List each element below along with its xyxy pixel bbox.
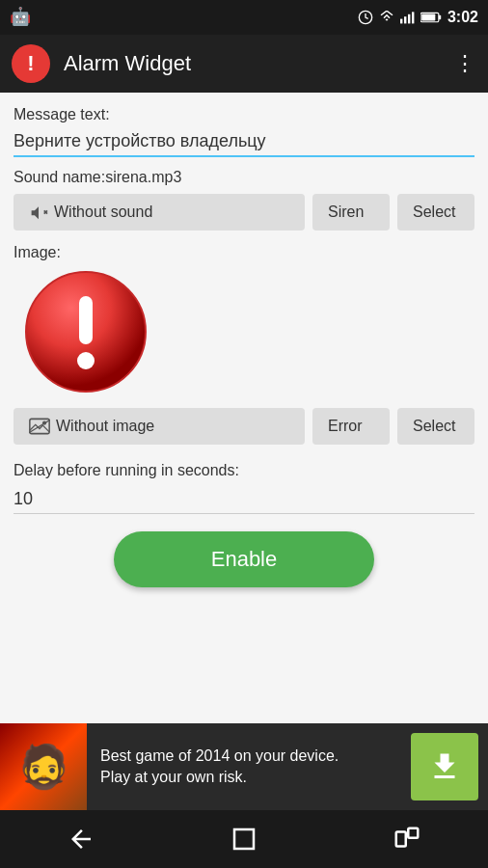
alarm-image (23, 269, 149, 394)
alarm-icon: ! (12, 44, 50, 83)
svg-rect-4 (412, 12, 414, 23)
svg-rect-2 (404, 16, 406, 23)
message-label: Message text: (14, 106, 474, 123)
speaker-icon (29, 203, 48, 221)
svg-line-15 (29, 420, 50, 433)
signal-icon (400, 11, 416, 24)
enable-label: Enable (211, 547, 278, 571)
error-button[interactable]: Error (312, 408, 390, 445)
svg-point-12 (77, 352, 95, 369)
delay-label: Delay before running in seconds: (14, 462, 474, 479)
sound-btn-group: Without sound Siren Select (14, 194, 474, 231)
image-btn-group: Without image Error Select (14, 408, 474, 445)
svg-rect-7 (439, 15, 441, 20)
enable-button[interactable]: Enable (114, 531, 374, 587)
ad-text-line1: Best game of 2014 on your device. (100, 746, 397, 767)
download-icon (427, 749, 462, 784)
android-icon: 🤖 (10, 6, 31, 27)
no-image-icon (29, 418, 50, 435)
status-bar: 🤖 3:02 (0, 0, 488, 35)
svg-rect-17 (408, 828, 418, 838)
siren-button[interactable]: Siren (312, 194, 390, 231)
toolbar-title: Alarm Widget (64, 51, 441, 76)
recents-button[interactable] (393, 825, 421, 854)
ad-image: 🧔 (0, 723, 87, 810)
svg-rect-16 (395, 832, 405, 847)
home-button[interactable] (230, 825, 258, 854)
battery-icon (420, 12, 442, 23)
sound-select-label: Select (413, 203, 455, 221)
ad-download-button[interactable] (411, 733, 478, 800)
toolbar: ! Alarm Widget ⋮ (0, 35, 488, 93)
sound-select-button[interactable]: Select (397, 194, 474, 231)
message-input[interactable] (14, 127, 474, 157)
alarm-image-container (14, 269, 474, 394)
toolbar-menu-button[interactable]: ⋮ (454, 51, 476, 76)
svg-rect-6 (421, 14, 435, 20)
ad-text-line2: Play at your own risk. (100, 767, 397, 788)
without-sound-button[interactable]: Without sound (14, 194, 305, 231)
clock-icon (358, 10, 373, 25)
back-icon (67, 825, 95, 854)
svg-rect-3 (408, 14, 410, 24)
image-icon (29, 418, 50, 435)
without-image-label: Without image (56, 418, 154, 435)
siren-label: Siren (328, 203, 364, 221)
image-select-button[interactable]: Select (397, 408, 474, 445)
status-icons (358, 10, 442, 25)
recents-icon (393, 825, 421, 854)
ad-text: Best game of 2014 on your device. Play a… (87, 736, 411, 799)
ad-banner: 🧔 Best game of 2014 on your device. Play… (0, 723, 488, 810)
home-icon (230, 825, 258, 854)
image-label: Image: (14, 244, 474, 261)
enable-btn-wrapper: Enable (14, 531, 474, 587)
main-content: Message text: Sound name:sirena.mp3 With… (0, 93, 488, 587)
image-select-label: Select (413, 418, 455, 435)
without-image-button[interactable]: Without image (14, 408, 305, 445)
without-sound-label: Without sound (54, 203, 152, 221)
svg-rect-1 (400, 19, 402, 24)
back-button[interactable] (67, 825, 95, 854)
delay-input[interactable] (14, 485, 474, 514)
nav-bar (0, 810, 488, 868)
error-label: Error (328, 418, 363, 435)
mute-icon (29, 203, 48, 221)
status-time: 3:02 (447, 9, 478, 26)
sound-name-label: Sound name:sirena.mp3 (14, 169, 474, 186)
svg-rect-11 (79, 296, 93, 344)
wifi-icon (378, 11, 395, 24)
